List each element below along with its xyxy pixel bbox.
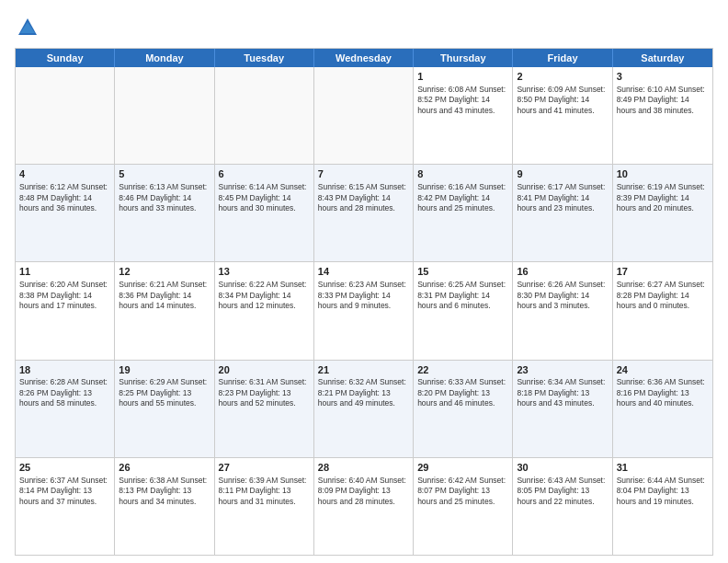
svg-marker-1 <box>20 22 35 33</box>
day-number: 8 <box>417 167 508 181</box>
day-number: 1 <box>417 70 508 84</box>
day-info: Sunrise: 6:20 AM Sunset: 8:38 PM Dayligh… <box>19 280 110 311</box>
day-cell-29: 29Sunrise: 6:42 AM Sunset: 8:07 PM Dayli… <box>414 458 513 555</box>
day-number: 21 <box>318 363 409 377</box>
day-cell-26: 26Sunrise: 6:38 AM Sunset: 8:13 PM Dayli… <box>115 458 214 555</box>
day-number: 25 <box>19 461 110 475</box>
day-cell-3: 3Sunrise: 6:10 AM Sunset: 8:49 PM Daylig… <box>613 67 712 164</box>
day-number: 11 <box>19 265 110 279</box>
day-cell-21: 21Sunrise: 6:32 AM Sunset: 8:21 PM Dayli… <box>314 361 414 457</box>
day-number: 17 <box>617 265 709 279</box>
day-info: Sunrise: 6:19 AM Sunset: 8:39 PM Dayligh… <box>617 182 709 213</box>
day-number: 16 <box>517 265 608 279</box>
calendar: SundayMondayTuesdayWednesdayThursdayFrid… <box>15 48 713 556</box>
day-info: Sunrise: 6:29 AM Sunset: 8:25 PM Dayligh… <box>119 377 210 408</box>
day-number: 30 <box>517 461 608 475</box>
day-number: 24 <box>617 363 709 377</box>
day-cell-23: 23Sunrise: 6:34 AM Sunset: 8:18 PM Dayli… <box>513 361 612 457</box>
day-cell-6: 6Sunrise: 6:14 AM Sunset: 8:45 PM Daylig… <box>215 165 314 261</box>
day-info: Sunrise: 6:12 AM Sunset: 8:48 PM Dayligh… <box>19 182 110 213</box>
day-cell-22: 22Sunrise: 6:33 AM Sunset: 8:20 PM Dayli… <box>414 361 513 457</box>
day-number: 14 <box>318 265 409 279</box>
header-day-wednesday: Wednesday <box>314 49 414 67</box>
day-info: Sunrise: 6:08 AM Sunset: 8:52 PM Dayligh… <box>417 85 508 116</box>
day-info: Sunrise: 6:10 AM Sunset: 8:49 PM Dayligh… <box>617 85 709 116</box>
day-cell-9: 9Sunrise: 6:17 AM Sunset: 8:41 PM Daylig… <box>513 165 612 261</box>
day-cell-15: 15Sunrise: 6:25 AM Sunset: 8:31 PM Dayli… <box>414 262 513 359</box>
calendar-row-2: 4Sunrise: 6:12 AM Sunset: 8:48 PM Daylig… <box>16 165 712 262</box>
header-day-friday: Friday <box>513 49 612 67</box>
day-cell-8: 8Sunrise: 6:16 AM Sunset: 8:42 PM Daylig… <box>414 165 513 261</box>
header-day-tuesday: Tuesday <box>215 49 314 67</box>
day-cell-19: 19Sunrise: 6:29 AM Sunset: 8:25 PM Dayli… <box>115 361 214 457</box>
day-number: 6 <box>219 167 310 181</box>
day-info: Sunrise: 6:31 AM Sunset: 8:23 PM Dayligh… <box>219 377 310 408</box>
day-info: Sunrise: 6:22 AM Sunset: 8:34 PM Dayligh… <box>219 280 310 311</box>
day-info: Sunrise: 6:21 AM Sunset: 8:36 PM Dayligh… <box>119 280 210 311</box>
day-number: 7 <box>318 167 409 181</box>
day-cell-16: 16Sunrise: 6:26 AM Sunset: 8:30 PM Dayli… <box>513 262 612 359</box>
day-number: 3 <box>617 70 709 84</box>
day-cell-12: 12Sunrise: 6:21 AM Sunset: 8:36 PM Dayli… <box>115 262 214 359</box>
day-number: 15 <box>417 265 508 279</box>
day-cell-24: 24Sunrise: 6:36 AM Sunset: 8:16 PM Dayli… <box>613 361 712 457</box>
day-cell-5: 5Sunrise: 6:13 AM Sunset: 8:46 PM Daylig… <box>115 165 214 261</box>
day-info: Sunrise: 6:14 AM Sunset: 8:45 PM Dayligh… <box>219 182 310 213</box>
day-info: Sunrise: 6:27 AM Sunset: 8:28 PM Dayligh… <box>617 280 709 311</box>
day-info: Sunrise: 6:34 AM Sunset: 8:18 PM Dayligh… <box>517 377 608 408</box>
day-info: Sunrise: 6:17 AM Sunset: 8:41 PM Dayligh… <box>517 182 608 213</box>
day-cell-14: 14Sunrise: 6:23 AM Sunset: 8:33 PM Dayli… <box>314 262 414 359</box>
day-cell-18: 18Sunrise: 6:28 AM Sunset: 8:26 PM Dayli… <box>16 361 115 457</box>
day-number: 27 <box>219 461 310 475</box>
day-info: Sunrise: 6:36 AM Sunset: 8:16 PM Dayligh… <box>617 377 709 408</box>
day-number: 19 <box>119 363 210 377</box>
calendar-body: 1Sunrise: 6:08 AM Sunset: 8:52 PM Daylig… <box>16 67 712 555</box>
day-cell-30: 30Sunrise: 6:43 AM Sunset: 8:05 PM Dayli… <box>513 458 612 555</box>
day-cell-7: 7Sunrise: 6:15 AM Sunset: 8:43 PM Daylig… <box>314 165 414 261</box>
day-info: Sunrise: 6:15 AM Sunset: 8:43 PM Dayligh… <box>318 182 409 213</box>
day-number: 4 <box>19 167 110 181</box>
day-info: Sunrise: 6:23 AM Sunset: 8:33 PM Dayligh… <box>318 280 409 311</box>
day-cell-4: 4Sunrise: 6:12 AM Sunset: 8:48 PM Daylig… <box>16 165 115 261</box>
day-cell-17: 17Sunrise: 6:27 AM Sunset: 8:28 PM Dayli… <box>613 262 712 359</box>
day-cell-1: 1Sunrise: 6:08 AM Sunset: 8:52 PM Daylig… <box>414 67 513 164</box>
day-info: Sunrise: 6:33 AM Sunset: 8:20 PM Dayligh… <box>417 377 508 408</box>
empty-cell <box>16 67 115 164</box>
day-info: Sunrise: 6:40 AM Sunset: 8:09 PM Dayligh… <box>318 476 409 507</box>
day-number: 29 <box>417 461 508 475</box>
day-cell-2: 2Sunrise: 6:09 AM Sunset: 8:50 PM Daylig… <box>513 67 612 164</box>
day-number: 2 <box>517 70 608 84</box>
calendar-row-4: 18Sunrise: 6:28 AM Sunset: 8:26 PM Dayli… <box>16 361 712 458</box>
day-cell-10: 10Sunrise: 6:19 AM Sunset: 8:39 PM Dayli… <box>613 165 712 261</box>
header-day-thursday: Thursday <box>414 49 513 67</box>
day-cell-28: 28Sunrise: 6:40 AM Sunset: 8:09 PM Dayli… <box>314 458 414 555</box>
logo <box>15 15 44 40</box>
day-info: Sunrise: 6:44 AM Sunset: 8:04 PM Dayligh… <box>617 476 709 507</box>
calendar-row-3: 11Sunrise: 6:20 AM Sunset: 8:38 PM Dayli… <box>16 262 712 360</box>
day-cell-25: 25Sunrise: 6:37 AM Sunset: 8:14 PM Dayli… <box>16 458 115 555</box>
day-number: 26 <box>119 461 210 475</box>
header <box>15 15 713 40</box>
day-info: Sunrise: 6:16 AM Sunset: 8:42 PM Dayligh… <box>417 182 508 213</box>
day-info: Sunrise: 6:37 AM Sunset: 8:14 PM Dayligh… <box>19 476 110 507</box>
day-info: Sunrise: 6:13 AM Sunset: 8:46 PM Dayligh… <box>119 182 210 213</box>
day-cell-11: 11Sunrise: 6:20 AM Sunset: 8:38 PM Dayli… <box>16 262 115 359</box>
day-info: Sunrise: 6:42 AM Sunset: 8:07 PM Dayligh… <box>417 476 508 507</box>
day-info: Sunrise: 6:25 AM Sunset: 8:31 PM Dayligh… <box>417 280 508 311</box>
day-cell-20: 20Sunrise: 6:31 AM Sunset: 8:23 PM Dayli… <box>215 361 314 457</box>
day-number: 20 <box>219 363 310 377</box>
empty-cell <box>115 67 214 164</box>
day-cell-31: 31Sunrise: 6:44 AM Sunset: 8:04 PM Dayli… <box>613 458 712 555</box>
day-cell-27: 27Sunrise: 6:39 AM Sunset: 8:11 PM Dayli… <box>215 458 314 555</box>
day-number: 10 <box>617 167 709 181</box>
header-day-sunday: Sunday <box>16 49 115 67</box>
empty-cell <box>215 67 314 164</box>
day-info: Sunrise: 6:39 AM Sunset: 8:11 PM Dayligh… <box>219 476 310 507</box>
day-number: 18 <box>19 363 110 377</box>
calendar-row-1: 1Sunrise: 6:08 AM Sunset: 8:52 PM Daylig… <box>16 67 712 165</box>
day-info: Sunrise: 6:26 AM Sunset: 8:30 PM Dayligh… <box>517 280 608 311</box>
logo-icon <box>15 15 40 40</box>
day-number: 12 <box>119 265 210 279</box>
calendar-row-5: 25Sunrise: 6:37 AM Sunset: 8:14 PM Dayli… <box>16 458 712 555</box>
day-cell-13: 13Sunrise: 6:22 AM Sunset: 8:34 PM Dayli… <box>215 262 314 359</box>
